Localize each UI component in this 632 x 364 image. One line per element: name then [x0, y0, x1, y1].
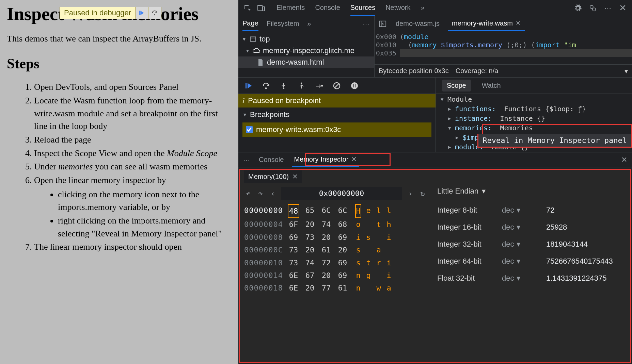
scope-module[interactable]: ▼Module — [439, 95, 629, 104]
scope-instance[interactable]: ▶instance: Instance {} — [439, 114, 629, 123]
close-drawer-icon[interactable]: ✕ — [621, 155, 627, 164]
hex-ascii-char[interactable]: H — [355, 204, 361, 218]
hex-byte[interactable]: 73 — [288, 257, 299, 269]
hex-ascii-char[interactable]: l — [376, 204, 382, 218]
resume-icon[interactable] — [244, 81, 253, 90]
hex-ascii-char[interactable]: s — [355, 257, 361, 269]
hex-byte[interactable]: 69 — [337, 269, 348, 282]
hex-row[interactable]: 000000146E672069ng i — [244, 269, 427, 282]
hex-byte[interactable]: 61 — [337, 282, 348, 294]
status-dropdown-icon[interactable]: ▾ — [625, 67, 628, 75]
drawer-tab-console[interactable]: Console — [257, 153, 286, 166]
hex-byte[interactable]: 6C — [320, 204, 332, 218]
breakpoints-section-header[interactable]: ▼ Breakpoints — [242, 110, 431, 119]
hex-byte[interactable]: 77 — [320, 282, 332, 294]
editor-tab-memory-write-wasm[interactable]: memory-write.wasm ✕ — [448, 17, 525, 31]
address-input[interactable] — [281, 187, 402, 200]
hex-byte[interactable]: 20 — [304, 282, 316, 294]
nav-tab-more-icon[interactable]: » — [307, 17, 311, 30]
value-format-selector[interactable]: dec ▾ — [502, 223, 546, 232]
settings-gear-icon[interactable] — [573, 4, 582, 13]
feedback-icon[interactable] — [588, 4, 597, 13]
hex-ascii-char[interactable]: t — [376, 218, 382, 231]
toggle-navigator-icon[interactable] — [378, 19, 388, 29]
close-tab-icon[interactable]: ✕ — [292, 172, 298, 181]
prev-page-icon[interactable]: ‹ — [269, 189, 277, 198]
redo-icon[interactable]: ↷ — [256, 189, 265, 198]
editor-tab-demo-wasm-js[interactable]: demo-wasm.js — [392, 17, 444, 30]
tab-network[interactable]: Network — [385, 0, 410, 16]
hex-ascii-char[interactable] — [365, 218, 372, 231]
hex-ascii-char[interactable]: g — [365, 269, 372, 282]
step-into-icon[interactable] — [279, 81, 288, 90]
hex-ascii-char[interactable]: s — [355, 244, 361, 256]
hex-ascii-char[interactable] — [365, 282, 372, 294]
hex-ascii-char[interactable]: l — [386, 204, 392, 218]
tab-console[interactable]: Console — [315, 0, 340, 16]
hex-ascii-char[interactable]: t — [365, 257, 372, 269]
hex-byte[interactable]: 20 — [337, 244, 348, 256]
resume-button-overlay[interactable] — [135, 7, 148, 19]
hex-byte[interactable]: 69 — [288, 231, 299, 244]
hex-byte[interactable]: 20 — [320, 269, 332, 282]
tab-elements[interactable]: Elements — [276, 0, 305, 16]
hex-ascii-char[interactable]: r — [376, 257, 382, 269]
hex-ascii-char[interactable] — [386, 244, 392, 256]
value-format-selector[interactable]: dec ▾ — [502, 240, 546, 249]
hex-byte[interactable]: 74 — [320, 218, 332, 231]
tree-file-demo-wasm-html[interactable]: demo-wasm.html — [238, 56, 374, 68]
hex-row[interactable]: 0000000048656C6CHell — [244, 204, 427, 218]
hex-row[interactable]: 0000000C73206120s a — [244, 244, 427, 256]
hex-ascii-char[interactable]: a — [376, 244, 382, 256]
step-icon[interactable] — [315, 81, 323, 90]
hex-ascii-char[interactable]: o — [355, 218, 361, 231]
hex-byte[interactable]: 68 — [337, 218, 348, 231]
step-over-icon[interactable] — [262, 81, 270, 90]
hex-byte[interactable]: 69 — [337, 231, 348, 244]
drawer-more-icon[interactable]: ⋯ — [243, 156, 251, 164]
tab-sources[interactable]: Sources — [350, 0, 375, 16]
nav-tab-page[interactable]: Page — [242, 17, 258, 31]
value-format-selector[interactable]: dec ▾ — [502, 206, 546, 215]
next-page-icon[interactable]: › — [406, 189, 414, 198]
more-menu-icon[interactable]: ⋯ — [603, 4, 612, 13]
hex-ascii-char[interactable]: i — [386, 269, 392, 282]
hex-byte[interactable]: 65 — [304, 204, 316, 218]
hex-byte[interactable]: 61 — [320, 244, 332, 256]
tab-more-icon[interactable]: » — [421, 0, 425, 16]
hex-byte[interactable]: 67 — [304, 269, 316, 282]
hex-ascii-char[interactable]: w — [376, 282, 382, 294]
value-format-selector[interactable]: dec ▾ — [502, 274, 546, 283]
hex-byte[interactable]: 20 — [304, 244, 316, 256]
hex-ascii-char[interactable] — [365, 244, 372, 256]
hex-byte[interactable]: 73 — [304, 231, 316, 244]
close-tab-icon[interactable]: ✕ — [351, 155, 357, 163]
nav-more-menu-icon[interactable]: ⋯ — [363, 20, 370, 28]
hex-byte[interactable]: 20 — [304, 218, 316, 231]
hex-ascii-char[interactable] — [376, 269, 382, 282]
hex-ascii-char[interactable]: e — [365, 204, 372, 218]
breakpoint-checkbox[interactable] — [246, 126, 253, 133]
hex-ascii-char[interactable]: s — [365, 231, 372, 244]
hex-ascii-char[interactable]: i — [355, 231, 361, 244]
drawer-tab-memory-inspector[interactable]: Memory Inspector ✕ — [292, 152, 359, 167]
endianness-selector[interactable]: Little Endian ▾ — [437, 187, 624, 196]
hex-ascii-char[interactable]: i — [386, 231, 392, 244]
step-over-button-overlay[interactable] — [148, 7, 161, 19]
step-out-icon[interactable] — [297, 81, 306, 90]
hex-ascii-char[interactable]: a — [386, 282, 392, 294]
hex-byte[interactable]: 6F — [288, 218, 299, 231]
close-devtools-icon[interactable]: ✕ — [618, 4, 627, 13]
deactivate-breakpoints-icon[interactable] — [332, 81, 341, 90]
hex-byte[interactable]: 72 — [320, 257, 332, 269]
tree-domain[interactable]: ▼ memory-inspector.glitch.me — [238, 45, 374, 56]
value-format-selector[interactable]: dec ▾ — [502, 257, 546, 266]
refresh-icon[interactable]: ↻ — [418, 189, 427, 198]
hex-row[interactable]: 0000001073747269stri — [244, 257, 427, 269]
hex-row[interactable]: 000000046F207468o th — [244, 218, 427, 231]
hex-byte[interactable]: 20 — [320, 231, 332, 244]
hex-byte[interactable]: 69 — [337, 257, 348, 269]
hex-row[interactable]: 000000186E207761n wa — [244, 282, 427, 294]
hex-ascii-char[interactable]: h — [386, 218, 392, 231]
hex-byte[interactable]: 48 — [288, 204, 299, 218]
